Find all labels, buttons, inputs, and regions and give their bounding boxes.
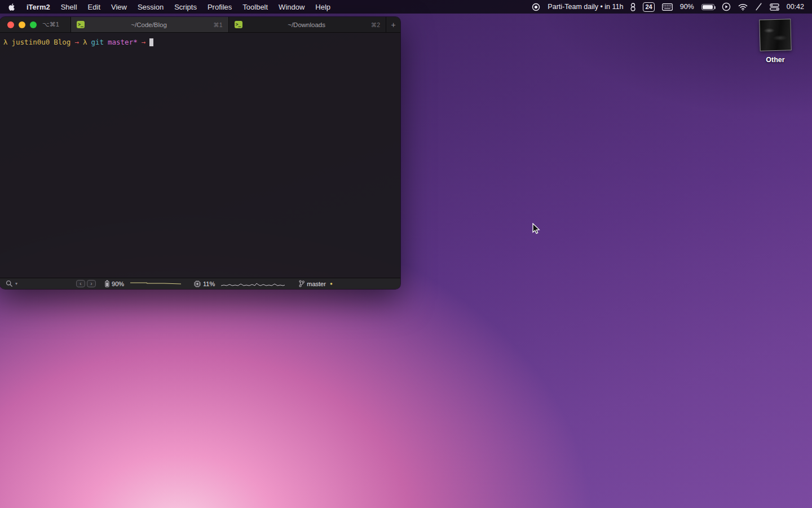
menu-toolbelt[interactable]: Toolbelt bbox=[242, 3, 268, 11]
git-branch-icon bbox=[299, 280, 304, 287]
minimize-button[interactable] bbox=[19, 21, 25, 28]
prompt-git: git bbox=[91, 38, 104, 47]
terminal-icon: >_ bbox=[77, 21, 85, 28]
iterm2-window: ⌥⌘1 >_ ~/Code/Blog ⌘1 >_ ~/Downloads ⌘2 … bbox=[0, 17, 400, 289]
window-shortcut-hint: ⌥⌘1 bbox=[42, 21, 59, 28]
tab-shortcut: ⌘2 bbox=[371, 21, 380, 28]
meeting-status[interactable]: Parti-Team daily • in 11h bbox=[548, 3, 623, 11]
menu-app-name[interactable]: iTerm2 bbox=[27, 3, 50, 11]
statusbar-cpu-widget: 11% bbox=[194, 281, 285, 287]
image-thumbnail-icon bbox=[759, 19, 791, 51]
menu-edit[interactable]: Edit bbox=[88, 3, 100, 11]
statusbar-git-widget: master ● bbox=[299, 280, 332, 287]
tab-downloads[interactable]: >_ ~/Downloads ⌘2 bbox=[228, 17, 386, 32]
prompt-dir: Blog bbox=[54, 38, 70, 47]
prompt-arrow: → bbox=[142, 38, 146, 47]
battery-value: 90% bbox=[112, 281, 124, 287]
git-branch-name: master bbox=[307, 281, 326, 287]
keyboard-icon[interactable] bbox=[662, 3, 673, 11]
record-icon[interactable] bbox=[532, 3, 540, 11]
menu-help[interactable]: Help bbox=[315, 3, 330, 11]
battery-percent-text: 90% bbox=[680, 3, 694, 11]
statusbar-search[interactable]: ▾ bbox=[6, 280, 17, 287]
menu-bar: iTerm2 Shell Edit View Session Scripts P… bbox=[0, 0, 812, 14]
git-dirty-indicator: ● bbox=[330, 281, 333, 286]
prompt-arrow: → bbox=[74, 38, 79, 47]
shell-prompt: λ justin0u0 Blog → λ git master* → bbox=[3, 38, 397, 47]
apple-menu-icon[interactable] bbox=[8, 3, 16, 11]
play-circle-icon[interactable] bbox=[722, 2, 731, 11]
nav-back-button[interactable]: ‹ bbox=[76, 280, 85, 287]
wifi-icon[interactable] bbox=[738, 3, 748, 11]
window-titlebar: ⌥⌘1 >_ ~/Code/Blog ⌘1 >_ ~/Downloads ⌘2 … bbox=[0, 17, 400, 33]
zoom-button[interactable] bbox=[30, 21, 37, 28]
terminal-cursor bbox=[149, 38, 153, 46]
menu-profiles[interactable]: Profiles bbox=[208, 3, 232, 11]
terminal-status-bar: ▾ ‹ › 90% 11% master ● bbox=[0, 278, 400, 289]
battery-sparkline bbox=[130, 281, 182, 287]
menu-window[interactable]: Window bbox=[279, 3, 304, 11]
prompt-branch: master* bbox=[108, 38, 138, 47]
tab-title: ~/Code/Blog bbox=[89, 21, 209, 28]
terminal-content[interactable]: λ justin0u0 Blog → λ git master* → bbox=[0, 33, 400, 278]
prompt-user: justin0u0 bbox=[12, 38, 50, 47]
tab-shortcut: ⌘1 bbox=[213, 21, 222, 28]
cpu-icon bbox=[194, 281, 201, 287]
control-center-icon[interactable] bbox=[770, 3, 779, 11]
nav-forward-button[interactable]: › bbox=[87, 280, 96, 287]
mouse-cursor bbox=[532, 223, 542, 238]
cpu-value: 11% bbox=[203, 281, 215, 287]
menubar-app-icon[interactable] bbox=[630, 3, 636, 11]
prompt-lambda: λ bbox=[83, 38, 87, 47]
search-icon bbox=[6, 280, 13, 287]
tab-code-blog[interactable]: >_ ~/Code/Blog ⌘1 bbox=[70, 17, 228, 32]
close-button[interactable] bbox=[7, 21, 14, 28]
chevron-down-icon: ▾ bbox=[15, 281, 17, 286]
statusbar-battery-widget: 90% bbox=[105, 280, 182, 287]
menu-view[interactable]: View bbox=[111, 3, 127, 11]
menubar-clock[interactable]: 00:42 bbox=[787, 3, 804, 11]
menu-shell[interactable]: Shell bbox=[61, 3, 77, 11]
prompt-lambda: λ bbox=[3, 38, 8, 47]
desktop-icon-other[interactable]: Other bbox=[758, 19, 793, 64]
new-tab-button[interactable]: + bbox=[386, 17, 400, 32]
tab-title: ~/Downloads bbox=[246, 21, 367, 28]
menu-scripts[interactable]: Scripts bbox=[174, 3, 197, 11]
desktop-icon-label: Other bbox=[758, 56, 793, 64]
battery-icon[interactable] bbox=[701, 4, 714, 10]
stylus-icon[interactable] bbox=[755, 3, 762, 11]
cpu-sparkline bbox=[220, 281, 285, 287]
menu-session[interactable]: Session bbox=[138, 3, 164, 11]
terminal-icon: >_ bbox=[235, 21, 242, 28]
battery-icon bbox=[105, 280, 109, 287]
calendar-date-badge[interactable]: 24 bbox=[643, 2, 654, 12]
